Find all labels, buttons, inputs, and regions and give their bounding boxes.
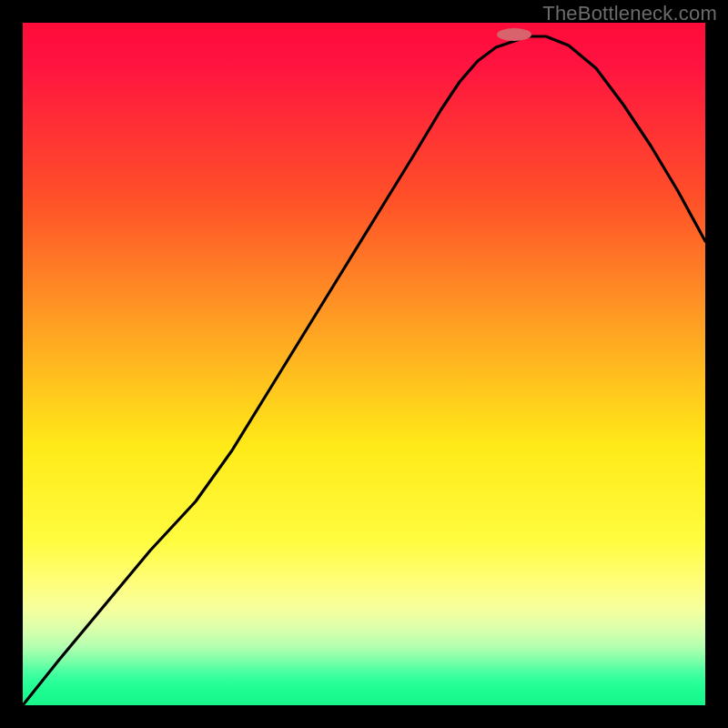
chart-frame: TheBottleneck.com (0, 0, 728, 728)
watermark-label: TheBottleneck.com (542, 2, 717, 25)
optimal-point-marker (497, 28, 531, 41)
bottleneck-curve (23, 36, 705, 705)
curve-layer (23, 23, 705, 705)
plot-area (23, 23, 705, 705)
